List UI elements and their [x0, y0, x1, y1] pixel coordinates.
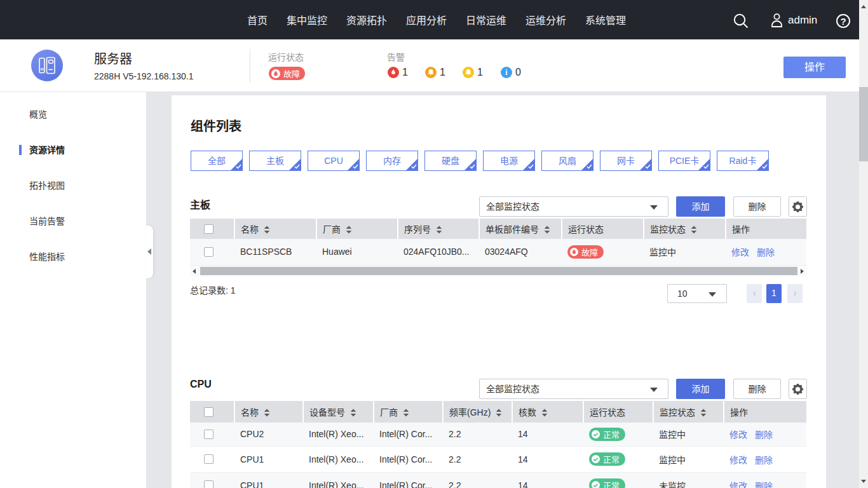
svg-text:?: ? [840, 16, 846, 27]
